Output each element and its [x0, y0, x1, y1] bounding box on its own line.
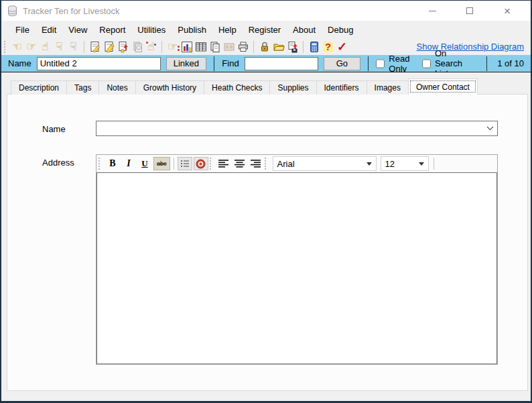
- find-input[interactable]: [245, 57, 318, 70]
- toolbar-separator: [253, 41, 254, 53]
- bullet-list-button[interactable]: [178, 157, 192, 170]
- table-grid-icon[interactable]: [194, 40, 208, 54]
- menu-item-about[interactable]: About: [287, 22, 322, 38]
- record-counter: 1 of 10: [497, 58, 524, 68]
- rtf-toolbar: B I U abc: [96, 155, 497, 172]
- maximize-button[interactable]: [462, 3, 477, 18]
- font-size-value: 12: [381, 159, 419, 169]
- toolbar-grip: [4, 41, 7, 53]
- menu-item-file[interactable]: File: [9, 22, 36, 38]
- hand-point-left-icon[interactable]: ☜: [10, 40, 24, 54]
- toolbar-separator: [84, 41, 84, 53]
- align-left-button[interactable]: [216, 157, 231, 170]
- read-only-checkbox-group: Read Only: [376, 54, 413, 74]
- toolbar-separator: [303, 41, 304, 53]
- tab-description[interactable]: Description: [11, 80, 67, 95]
- red-o-button[interactable]: [194, 157, 208, 170]
- rtf-toolbar-grip: [98, 158, 101, 170]
- find-label: Find: [222, 58, 239, 68]
- dropdown-arrow-icon: [419, 162, 424, 166]
- hand-point-right-icon[interactable]: ☞: [24, 40, 38, 54]
- rtf-separator: [434, 158, 434, 170]
- tab-tags[interactable]: Tags: [66, 80, 99, 95]
- tab-owner-contact[interactable]: Owner Contact: [408, 78, 478, 95]
- menu-item-help[interactable]: Help: [212, 22, 243, 38]
- sign-record-icon[interactable]: [102, 40, 116, 54]
- menu-item-register[interactable]: Register: [243, 22, 287, 38]
- open-folder-icon[interactable]: [271, 40, 285, 54]
- menu-item-report[interactable]: Report: [93, 22, 131, 38]
- tab-growth-history[interactable]: Growth History: [135, 80, 204, 95]
- record-name-input[interactable]: [37, 57, 161, 70]
- tab-supplies[interactable]: Supplies: [269, 80, 316, 95]
- address-textarea[interactable]: [96, 172, 497, 364]
- font-size-select[interactable]: 12: [381, 156, 429, 171]
- tab-notes[interactable]: Notes: [98, 80, 135, 95]
- record-bar-separator: [368, 56, 369, 71]
- dropdown-arrow-icon: [367, 162, 372, 166]
- record-bar: Name Linked Find Go Read Only On Search …: [1, 55, 531, 72]
- underline-button[interactable]: U: [137, 157, 152, 170]
- padlock-icon[interactable]: [257, 40, 271, 54]
- tab-heath-checks[interactable]: Heath Checks: [204, 80, 270, 95]
- copy-pages-icon[interactable]: [208, 40, 222, 54]
- question-mark: ?: [323, 42, 333, 52]
- on-search-list-checkbox[interactable]: [422, 59, 431, 68]
- export-save-icon[interactable]: [285, 40, 300, 54]
- font-name-select[interactable]: Arial: [273, 156, 377, 171]
- record-bar-separator: [214, 56, 214, 71]
- hand-point-down-icon[interactable]: ☟: [52, 40, 66, 54]
- help-question-icon[interactable]: ?: [321, 40, 335, 54]
- delete-hand-sparkle-icon[interactable]: ☝: [144, 40, 158, 54]
- save-record-icon[interactable]: [116, 40, 130, 54]
- content-area: Description Tags Notes Growth History He…: [1, 72, 531, 401]
- hand-point-down-outline-icon[interactable]: ☟: [66, 40, 80, 54]
- owner-contact-tab-page: Name Address B I U abc: [7, 94, 528, 391]
- menu-item-publish[interactable]: Publish: [172, 22, 212, 38]
- menu-item-edit[interactable]: Edit: [36, 22, 62, 38]
- tab-images[interactable]: Images: [367, 80, 409, 95]
- record-name-label: Name: [8, 58, 31, 68]
- read-only-checkbox[interactable]: [376, 59, 385, 68]
- font-name-value: Arial: [273, 159, 367, 169]
- minimize-button[interactable]: [425, 3, 440, 18]
- menu-item-utilities[interactable]: Utilities: [131, 22, 172, 38]
- goto-record-icon[interactable]: ☞: [165, 40, 180, 54]
- bar-chart-icon[interactable]: [180, 40, 194, 54]
- toolbar-separator: [161, 41, 162, 53]
- calculator-icon[interactable]: [307, 40, 321, 54]
- go-button[interactable]: Go: [324, 57, 360, 70]
- owner-address-label: Address: [42, 158, 74, 168]
- rtf-toolbar-grip: [265, 158, 267, 170]
- rtf-separator: [174, 158, 174, 170]
- address-rich-text-editor: B I U abc: [96, 154, 498, 365]
- owner-name-combobox[interactable]: [96, 121, 498, 136]
- owner-name-label: Name: [42, 124, 66, 134]
- linked-button[interactable]: Linked: [166, 57, 206, 70]
- close-button[interactable]: ×: [500, 3, 515, 18]
- strikethrough-button[interactable]: abc: [153, 157, 170, 170]
- bold-button[interactable]: B: [105, 157, 120, 170]
- tab-identifiers[interactable]: Identifiers: [316, 80, 367, 95]
- tab-strip: Description Tags Notes Growth History He…: [7, 78, 525, 94]
- menu-item-debug[interactable]: Debug: [322, 22, 359, 38]
- read-only-label: Read Only: [389, 54, 413, 74]
- menu-bar: File Edit View Report Utilities Publish …: [1, 21, 531, 38]
- printer-icon[interactable]: [236, 40, 250, 54]
- hand-point-up-icon[interactable]: ☝: [38, 40, 52, 54]
- film-strip-disabled-icon[interactable]: [222, 40, 236, 54]
- menu-item-view[interactable]: View: [62, 22, 93, 38]
- align-center-button[interactable]: [232, 157, 247, 170]
- align-right-button[interactable]: [249, 157, 263, 170]
- rtf-toolbar-grip: [210, 158, 212, 170]
- window-title: Tracker Ten for Livestock: [23, 6, 120, 16]
- window-controls: ×: [425, 3, 527, 18]
- app-database-icon: [7, 5, 17, 17]
- red-checkmark-icon[interactable]: ✓: [335, 40, 349, 54]
- title-bar: Tracker Ten for Livestock ×: [1, 1, 531, 21]
- chevron-down-icon[interactable]: [482, 126, 497, 131]
- copy-record-disabled-icon[interactable]: [130, 40, 144, 54]
- italic-button[interactable]: I: [121, 157, 136, 170]
- edit-record-icon[interactable]: [88, 40, 102, 54]
- record-bar-separator: [486, 56, 487, 71]
